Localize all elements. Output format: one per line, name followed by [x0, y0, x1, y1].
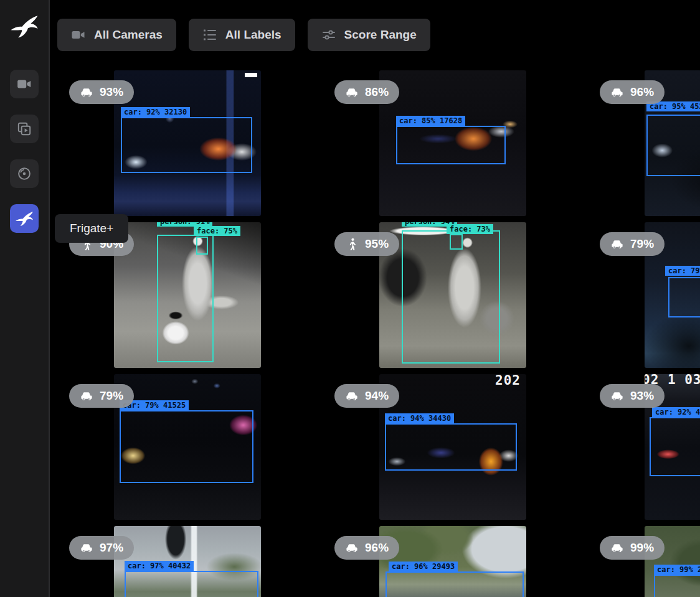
sidebar — [0, 0, 50, 597]
review-icon — [16, 121, 32, 137]
frigate-logo-icon — [10, 14, 39, 40]
detection-thumbnail[interactable]: person: 94% face: 73% — [379, 222, 526, 368]
list-icon — [202, 27, 217, 42]
bbox — [121, 117, 252, 173]
car-icon — [80, 541, 94, 555]
detection-thumbnail[interactable]: car: 96% 29493 — [379, 526, 526, 597]
score-text: 93% — [630, 389, 654, 403]
bbox-label: car: 97% 40432 — [125, 561, 194, 571]
car-icon — [345, 85, 359, 100]
score-text: 79% — [100, 389, 123, 403]
face-bbox — [196, 237, 208, 255]
score-text: 97% — [100, 541, 123, 555]
car-icon — [345, 389, 359, 403]
car-icon — [610, 389, 625, 403]
score-badge: 95% — [334, 232, 399, 256]
car-icon — [80, 85, 94, 100]
detection-thumbnail[interactable]: 202 car: 94% 34430 — [379, 374, 526, 520]
disc-icon — [16, 166, 32, 182]
detection-cell: 96% car: 96% 29493 — [315, 526, 580, 597]
detection-cell: 93% car: 92% 32130 — [50, 70, 315, 222]
detection-thumbnail[interactable]: car: 92% 32130 — [114, 70, 261, 216]
detection-cell: 94% 202 car: 94% 34430 — [315, 374, 580, 526]
score-range-filter-button[interactable]: Score Range — [308, 19, 430, 51]
camera-icon — [16, 76, 32, 92]
bbox-label: car: 94% 34430 — [385, 413, 454, 423]
bbox — [654, 575, 700, 597]
detection-cell: 79% car: 79% — [580, 222, 700, 374]
score-text: 96% — [365, 541, 389, 555]
sidebar-item-export[interactable] — [10, 159, 39, 188]
score-range-label: Score Range — [344, 28, 417, 42]
score-text: 95% — [365, 237, 389, 251]
bbox — [396, 126, 506, 164]
score-badge: 96% — [600, 80, 665, 104]
detection-cell: 86% car: 85% 17628 — [315, 70, 580, 222]
score-text: 96% — [630, 85, 654, 99]
all-cameras-filter-button[interactable]: All Cameras — [57, 19, 176, 51]
score-text: 99% — [630, 541, 654, 555]
detection-cell: 79% car: 79% 41525 — [50, 374, 315, 526]
sidebar-nav — [10, 70, 39, 233]
score-badge: 96% — [334, 536, 399, 560]
detection-cell: 90% person: 91% face: 75% — [50, 222, 315, 374]
osd-timestamp: 202 — [495, 374, 521, 388]
detection-thumbnail[interactable]: car: 97% 40432 — [114, 526, 261, 597]
bbox — [385, 571, 524, 597]
bbox — [402, 230, 500, 364]
score-text: 94% — [365, 389, 389, 403]
frigate-plus-icon — [15, 210, 34, 227]
all-labels-filter-button[interactable]: All Labels — [189, 19, 295, 51]
score-badge: 93% — [69, 80, 134, 104]
bbox-label: car: 92% 4216 — [652, 407, 700, 417]
osd-marker — [245, 73, 257, 77]
score-badge: 79% — [69, 384, 134, 408]
score-text: 79% — [630, 237, 654, 251]
sidebar-item-review[interactable] — [10, 115, 39, 143]
sliders-icon — [321, 27, 336, 42]
detections-grid: 93% car: 92% 32130 86% car: 85% 17628 — [50, 70, 700, 597]
sidebar-item-frigate-plus[interactable] — [10, 204, 39, 233]
detection-cell: 93% 02 1 03 0 car: 92% 4216 — [580, 374, 700, 526]
bbox-label: car: 92% 32130 — [121, 107, 190, 117]
bbox-label: car: 96% 29493 — [389, 562, 458, 571]
bbox — [125, 571, 258, 597]
detection-thumbnail[interactable]: person: 91% face: 75% — [114, 222, 261, 368]
score-badge: 99% — [600, 536, 665, 560]
car-icon — [610, 237, 625, 251]
score-badge: 93% — [600, 384, 665, 408]
bbox — [385, 423, 517, 471]
car-icon — [610, 541, 625, 555]
bbox — [668, 277, 700, 317]
all-labels-label: All Labels — [225, 28, 281, 42]
frigate-logo — [9, 12, 39, 41]
detection-cell: 96% car: 95% 45260 — [580, 70, 700, 222]
bbox — [650, 417, 700, 476]
detection-cell: 97% car: 97% 40432 — [50, 526, 315, 597]
all-cameras-label: All Cameras — [94, 28, 163, 42]
car-icon — [345, 541, 359, 555]
score-badge: 86% — [334, 80, 399, 104]
detection-thumbnail[interactable]: car: 85% 17628 — [379, 70, 526, 216]
camera-icon — [71, 27, 86, 42]
car-icon — [80, 389, 94, 403]
detection-thumbnail[interactable]: car: 79% 41525 — [114, 374, 261, 520]
face-bbox — [450, 234, 463, 250]
filter-toolbar: All Cameras All Labels — [50, 0, 700, 51]
face-label: face: 75% — [194, 226, 240, 236]
face-label: face: 73% — [447, 224, 493, 234]
bbox-label: car: 99% 25 — [654, 565, 700, 575]
bbox-label: car: 85% 17628 — [396, 116, 465, 126]
score-text: 93% — [100, 85, 123, 99]
score-badge: 97% — [69, 536, 134, 560]
score-badge: 94% — [334, 384, 399, 408]
bbox — [120, 410, 253, 483]
sidebar-item-live[interactable] — [10, 70, 39, 98]
score-badge: 79% — [600, 232, 665, 256]
bbox — [646, 115, 700, 176]
car-icon — [610, 85, 625, 100]
frigate-plus-tooltip: Frigate+ — [55, 214, 128, 243]
detection-cell: 99% car: 99% 25 — [580, 526, 700, 597]
detection-cell: 95% person: 94% face: 73% — [315, 222, 580, 374]
main-content: All Cameras All Labels — [50, 0, 700, 597]
